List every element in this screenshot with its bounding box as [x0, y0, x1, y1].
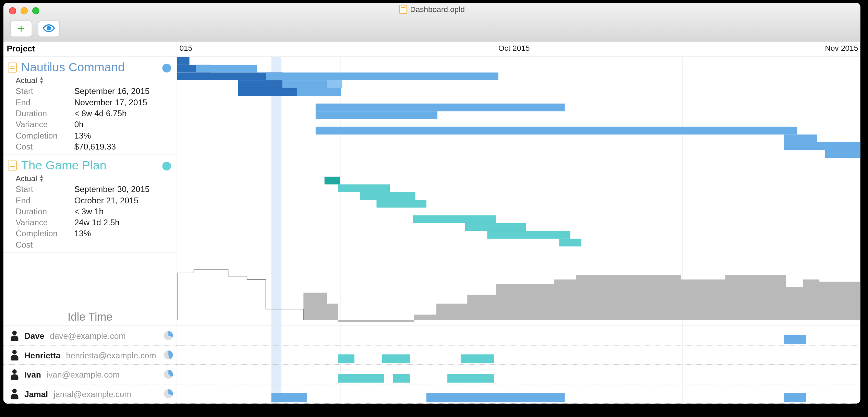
idle-time-label: Idle Time [3, 269, 177, 326]
window-title: Dashboard.opld [3, 5, 860, 14]
person-icon [10, 350, 19, 360]
detail-value: 13% [74, 229, 91, 238]
gantt-bar[interactable] [784, 142, 860, 150]
person-icon [10, 331, 19, 341]
detail-row: End October 21, 2015 [16, 195, 172, 205]
resource-chart-row [177, 346, 860, 365]
project-block-nautilus[interactable]: Nautilus Command Actual ▲▼ Start Septemb… [3, 57, 177, 155]
detail-value: September 16, 2015 [74, 86, 150, 96]
gantt-bar[interactable] [325, 177, 340, 184]
gantt-bar[interactable] [487, 231, 570, 239]
resource-email: dave@example.com [50, 331, 125, 340]
resource-name: Henrietta [24, 350, 60, 359]
resource-chart-row [177, 365, 860, 384]
gantt-bar[interactable] [238, 80, 282, 88]
resource-name: Ivan [24, 370, 41, 379]
toolbar: + [10, 21, 60, 37]
gantt-bar[interactable] [360, 192, 415, 200]
timeline-tick: 015 [180, 44, 193, 52]
gantt-bar[interactable] [465, 223, 526, 231]
column-header-project[interactable]: Project [3, 41, 177, 57]
idle-time-chart [177, 269, 860, 326]
detail-value: October 21, 2015 [74, 195, 138, 205]
mode-selector[interactable]: Actual ▲▼ [16, 76, 172, 85]
gantt-bar[interactable] [376, 200, 426, 208]
project-color-dot [162, 64, 171, 73]
gantt-chart [177, 57, 860, 269]
gantt-bar[interactable] [784, 134, 817, 142]
timeline-header: 015Oct 2015Nov 2015 [177, 41, 860, 57]
timeline-tick: Nov 2015 [825, 44, 858, 52]
resource-row[interactable]: Henrietta henrietta@example.com [3, 346, 177, 365]
project-title[interactable]: Nautilus Command [21, 60, 125, 75]
detail-label: Completion [16, 131, 74, 140]
resource-bar[interactable] [272, 393, 307, 402]
svg-marker-5 [303, 275, 860, 322]
resource-bar[interactable] [447, 374, 494, 383]
resource-row[interactable]: Ivan ivan@example.com [3, 365, 177, 384]
add-button[interactable]: + [10, 21, 32, 37]
gantt-bar[interactable] [413, 215, 496, 223]
eye-icon [42, 21, 56, 36]
detail-label: Completion [16, 229, 74, 238]
stepper-icon[interactable]: ▲▼ [39, 76, 44, 84]
gantt-bar[interactable] [266, 72, 498, 80]
plus-icon: + [17, 23, 25, 35]
gantt-bar[interactable] [316, 104, 565, 111]
detail-row: Cost $70,619.33 [16, 142, 172, 151]
gantt-bar[interactable] [196, 65, 257, 73]
detail-row: Start September 16, 2015 [16, 86, 172, 96]
gantt-bar[interactable] [559, 239, 581, 247]
document-icon [399, 5, 407, 14]
timeline[interactable]: 015Oct 2015Nov 2015 [177, 41, 860, 404]
resource-row[interactable]: Dave dave@example.com [3, 326, 177, 346]
resource-bar[interactable] [393, 374, 410, 383]
detail-row: Start September 30, 2015 [16, 184, 172, 194]
resource-bar[interactable] [426, 393, 565, 402]
gantt-bar[interactable] [177, 57, 190, 65]
resource-bar[interactable] [338, 354, 354, 363]
detail-row: Variance 24w 1d 2.5h [16, 218, 172, 227]
project-title[interactable]: The Game Plan [21, 158, 107, 173]
resource-email: ivan@example.com [47, 370, 120, 379]
resource-name: Dave [24, 331, 44, 340]
person-icon [10, 369, 19, 379]
view-button[interactable] [38, 21, 60, 37]
detail-value: November 17, 2015 [74, 97, 147, 107]
resource-bar[interactable] [338, 374, 384, 383]
detail-label: Duration [16, 206, 74, 216]
detail-value: 13% [74, 131, 91, 140]
gantt-bar[interactable] [316, 127, 797, 135]
resource-bar[interactable] [784, 335, 806, 344]
resource-row[interactable]: Jamal jamal@example.com [3, 384, 177, 404]
detail-label: End [16, 195, 74, 205]
mode-selector[interactable]: Actual ▲▼ [16, 174, 172, 183]
gantt-bar[interactable] [297, 88, 341, 96]
detail-value: September 30, 2015 [74, 184, 150, 194]
detail-label: End [16, 97, 74, 107]
gantt-bar[interactable] [316, 111, 437, 119]
detail-label: Cost [16, 142, 74, 151]
gantt-bar[interactable] [327, 80, 342, 88]
document-icon [8, 62, 17, 72]
resource-bar[interactable] [382, 354, 410, 363]
detail-row: Completion 13% [16, 131, 172, 140]
resources-list: Dave dave@example.com Henrietta henriett… [3, 326, 177, 404]
detail-row: Completion 13% [16, 229, 172, 238]
app-window: Dashboard.opld + Project Nautilus Comman… [3, 3, 860, 404]
detail-label: Variance [16, 120, 74, 129]
detail-value: $70,619.33 [74, 142, 116, 151]
detail-row: End November 17, 2015 [16, 97, 172, 107]
resource-bar[interactable] [784, 393, 806, 402]
project-block-gameplan[interactable]: The Game Plan Actual ▲▼ Start September … [3, 155, 177, 253]
detail-value: < 3w 1h [74, 206, 104, 216]
resource-chart-row [177, 384, 860, 404]
stepper-icon[interactable]: ▲▼ [39, 175, 44, 182]
project-header: Nautilus Command [8, 60, 172, 75]
utilization-pie-icon [164, 389, 173, 399]
detail-value: 24w 1d 2.5h [74, 218, 120, 227]
resource-bar[interactable] [461, 354, 494, 363]
person-icon [10, 389, 19, 399]
gantt-bar[interactable] [825, 150, 860, 158]
gantt-bar[interactable] [338, 184, 390, 192]
